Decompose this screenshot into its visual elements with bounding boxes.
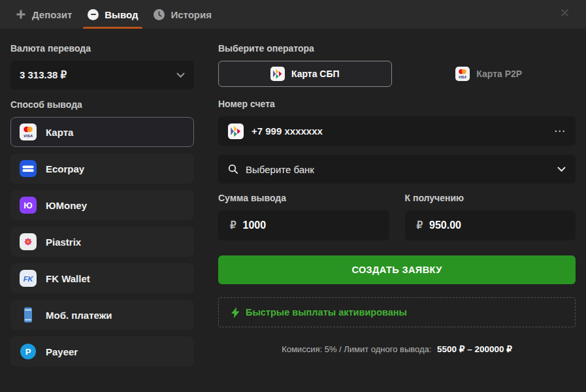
svg-text:P: P (25, 347, 31, 357)
tab-bar: Депозит Вывод История (0, 0, 586, 29)
left-panel: Валюта перевода 3 313.38 ₽ Способ вывода (10, 37, 194, 392)
tab-withdraw[interactable]: Вывод (88, 0, 138, 29)
fast-payouts-banner: Быстрые выплаты активированы (218, 297, 576, 327)
method-card-label: Карта (46, 127, 73, 138)
svg-text:VISA: VISA (24, 134, 33, 138)
receive-amount-group: К получению ₽ 950.00 (405, 193, 576, 240)
method-piastrix[interactable]: Piastrix (10, 227, 194, 257)
chevron-down-icon (176, 73, 185, 78)
withdraw-modal: Депозит Вывод История Валюта перевода (0, 0, 586, 392)
account-number-input[interactable]: +7 999 xxxxxxx ⋯ (218, 116, 576, 146)
lightning-icon (231, 307, 240, 318)
tab-history[interactable]: История (154, 0, 212, 29)
main-content: Валюта перевода 3 313.38 ₽ Способ вывода (0, 29, 586, 392)
method-mobile-payments[interactable]: Моб. платежи (10, 300, 194, 330)
currency-value: 3 313.38 ₽ (20, 69, 67, 81)
withdraw-amount-input[interactable]: ₽ 1000 (218, 210, 389, 240)
minus-circle-icon (88, 9, 99, 20)
commission-prefix: Комиссия: 5% / Лимит одного вывода: (282, 344, 431, 354)
withdraw-limits: 5500 ₽ – 200000 ₽ (437, 344, 512, 354)
method-ecorpay-label: Ecorpay (46, 163, 84, 174)
yoomoney-icon: Ю (20, 197, 37, 214)
method-fk-wallet-label: FK Wallet (46, 273, 90, 284)
method-yoomoney[interactable]: Ю ЮMoney (10, 190, 194, 220)
plus-icon (16, 9, 26, 20)
svg-text:VISA: VISA (459, 75, 466, 79)
clock-icon (154, 9, 165, 20)
operator-sbp-card[interactable]: Карта СБП (218, 61, 392, 87)
sbp-icon (270, 67, 285, 81)
ruble-sign: ₽ (417, 220, 423, 231)
withdraw-amount-value: 1000 (243, 220, 267, 231)
svg-text:Ю: Ю (24, 201, 32, 210)
chevron-down-icon (557, 167, 566, 172)
phone-icon (20, 306, 37, 323)
amounts-row: Сумма вывода ₽ 1000 К получению ₽ 950.00 (218, 193, 576, 240)
fast-payouts-text: Быстрые выплаты активированы (246, 307, 407, 318)
commission-note: Комиссия: 5% / Лимит одного вывода: 5500… (218, 344, 576, 354)
tab-deposit-label: Депозит (32, 9, 72, 20)
receive-amount-label: К получению (405, 193, 576, 203)
tab-withdraw-label: Вывод (105, 9, 138, 20)
search-icon (228, 164, 238, 174)
ellipsis-menu-icon[interactable]: ⋯ (554, 125, 566, 137)
receive-amount-input[interactable]: ₽ 950.00 (405, 210, 576, 240)
create-request-button[interactable]: СОЗДАТЬ ЗАЯВКУ (218, 255, 576, 284)
operator-toggle: Карта СБП VISA Карта P2P (218, 61, 576, 87)
visa-mastercard-icon: VISA (20, 123, 37, 140)
svg-text:FK: FK (24, 275, 34, 283)
bank-select-placeholder: Выберите банк (246, 164, 314, 175)
operator-p2p-card[interactable]: VISA Карта P2P (402, 61, 576, 87)
ruble-sign: ₽ (230, 220, 236, 231)
fk-wallet-icon: FK (20, 270, 37, 287)
receive-amount-value: 950.00 (429, 220, 461, 231)
withdraw-amount-label: Сумма вывода (218, 193, 389, 203)
piastrix-icon (20, 233, 37, 250)
operator-p2p-card-label: Карта P2P (476, 69, 522, 79)
currency-select[interactable]: 3 313.38 ₽ (10, 61, 194, 90)
method-payeer-label: Payeer (46, 346, 78, 357)
method-ecorpay[interactable]: Ecorpay (10, 154, 194, 184)
sbp-icon (228, 123, 244, 139)
bank-select[interactable]: Выберите банк (218, 155, 576, 184)
account-number-value: +7 999 xxxxxxx (252, 125, 323, 137)
right-panel: Выберите оператора Карта СБП (218, 37, 576, 392)
withdraw-amount-group: Сумма вывода ₽ 1000 (218, 193, 389, 240)
method-payeer[interactable]: P Payeer (10, 336, 194, 367)
ecorpay-icon (20, 160, 37, 177)
method-card[interactable]: VISA Карта (10, 117, 194, 147)
method-list: VISA Карта Ecorpay (10, 117, 194, 367)
operator-label: Выберите оператора (218, 43, 576, 54)
method-piastrix-label: Piastrix (46, 237, 81, 248)
method-label: Способ вывода (10, 99, 194, 110)
method-fk-wallet[interactable]: FK FK Wallet (10, 263, 194, 293)
operator-sbp-card-label: Карта СБП (291, 69, 340, 79)
account-label: Номер счета (218, 99, 576, 109)
tab-deposit[interactable]: Депозит (16, 0, 72, 29)
payeer-icon: P (20, 343, 37, 360)
tab-history-label: История (171, 9, 212, 20)
visa-mastercard-icon: VISA (455, 67, 470, 81)
method-yoomoney-label: ЮMoney (46, 200, 87, 211)
method-mobile-payments-label: Моб. платежи (46, 310, 112, 321)
currency-label: Валюта перевода (10, 43, 194, 54)
close-icon[interactable] (561, 8, 569, 17)
